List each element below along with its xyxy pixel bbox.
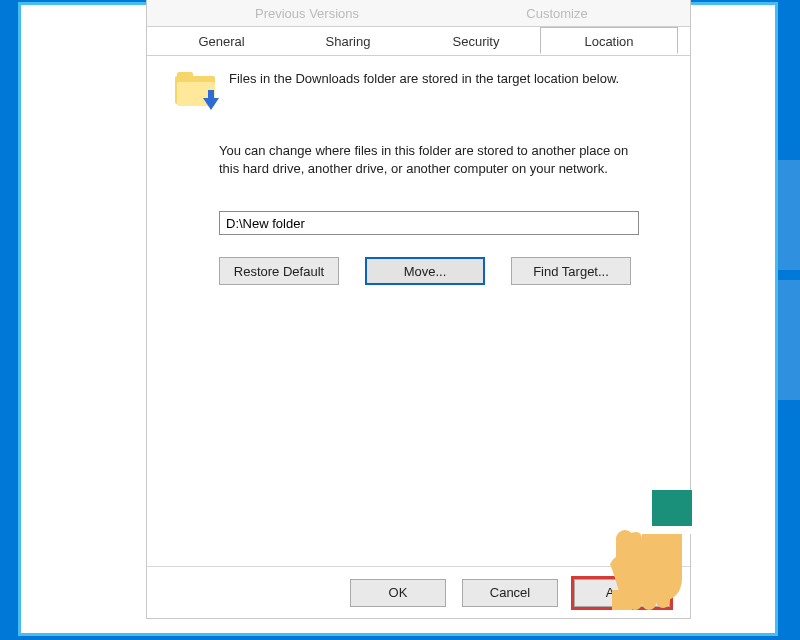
tab-sharing[interactable]: Sharing [284,27,412,54]
tab-previous-versions[interactable]: Previous Versions [207,0,407,25]
tab-general[interactable]: General [159,27,284,54]
cancel-button[interactable]: Cancel [462,579,558,607]
location-tab-content: Files in the Downloads folder are stored… [159,58,678,558]
tab-location-active[interactable]: Location [540,27,678,54]
move-button[interactable]: Move... [365,257,485,285]
folder-properties-dialog: Previous Versions Customize General Shar… [146,0,691,619]
intro-row: Files in the Downloads folder are stored… [175,70,678,106]
location-button-row: Restore Default Move... Find Target... [219,257,678,285]
tab-row-1: Previous Versions Customize [147,0,690,27]
ok-button[interactable]: OK [350,579,446,607]
find-target-button[interactable]: Find Target... [511,257,631,285]
tab-security[interactable]: Security [412,27,540,54]
screenshot-frame: Previous Versions Customize General Shar… [18,2,778,636]
intro-text: Files in the Downloads folder are stored… [229,70,619,106]
tab-customize[interactable]: Customize [467,0,647,25]
tab-row-2: General Sharing Security Location [147,27,690,56]
location-path-input[interactable] [219,211,639,235]
restore-default-button[interactable]: Restore Default [219,257,339,285]
downloads-folder-icon [175,72,215,106]
dialog-bottom-bar: OK Cancel Apply [147,566,690,618]
detail-text: You can change where files in this folde… [219,142,639,177]
apply-button[interactable]: Apply [574,579,670,607]
